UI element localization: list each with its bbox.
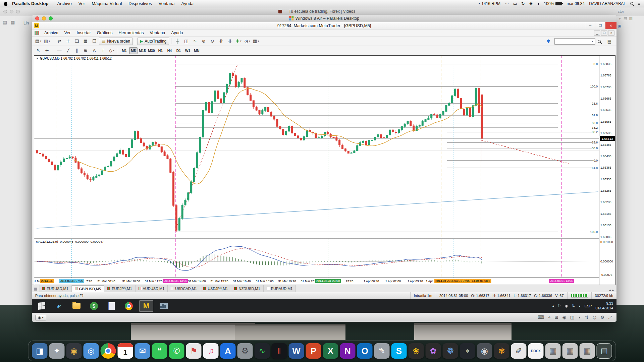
arrange-asc-button[interactable]: ⇵	[217, 38, 225, 45]
chart-expander-icon[interactable]: ▼	[36, 57, 39, 60]
templates-button[interactable]: ▦▾	[252, 38, 260, 45]
timeframe-w1-button[interactable]: W1	[183, 47, 192, 54]
dock-item-word[interactable]: W	[288, 343, 305, 359]
partial-icon[interactable]: ▣	[618, 24, 621, 28]
minimize-window-button[interactable]	[42, 16, 46, 20]
grid-icon[interactable]: ▦	[10, 19, 15, 25]
profiles-button[interactable]: ▥▾	[43, 38, 51, 45]
mdi-restore-button[interactable]: ❐	[601, 31, 607, 36]
vm-settings-icon[interactable]: ⚙	[600, 315, 604, 320]
close-window-button[interactable]	[35, 16, 39, 20]
restore-button[interactable]: ❐	[595, 22, 605, 29]
vm-cpu-icon[interactable]: ⊞	[554, 315, 558, 320]
timeframe-h1-button[interactable]: H1	[156, 47, 165, 54]
trendline-button[interactable]: ╱	[64, 47, 72, 54]
periods-button[interactable]: ◷▾	[243, 38, 251, 45]
taskbar-journal-app[interactable]	[104, 300, 118, 312]
symbol-tab-usdcad-m1[interactable]: USDCAD,M1	[168, 285, 200, 292]
dock-item-powerpoint[interactable]: P	[306, 343, 322, 359]
price-scale[interactable]: 1.668351.667851.667351.666851.666351.665…	[599, 56, 615, 285]
tab-scroll-left-button[interactable]: ◂	[609, 288, 611, 292]
dock-item-facetime[interactable]: ✆	[169, 343, 185, 359]
macd-indicator-pane[interactable]: MACD(12,26,9) -0.000048 -0.000000 -0.000…	[34, 239, 599, 278]
mt-menu-herramientas[interactable]: Herramientas	[115, 31, 147, 35]
symbol-tab-eurjpy-m1[interactable]: EURJPY,M1	[104, 285, 135, 292]
dock-item-messages[interactable]: ❝	[152, 343, 168, 359]
dock-item-finder[interactable]: ◨	[32, 343, 48, 359]
vm-volume-icon[interactable]: ◖	[578, 315, 581, 320]
dock-item-telescope-app[interactable]: ⌖	[460, 343, 476, 359]
dock-item-notes-app[interactable]: ✎	[374, 343, 390, 359]
cascade-windows-button[interactable]: ❐	[90, 38, 98, 45]
fibonacci-button[interactable]: ≋	[82, 47, 90, 54]
shapes-button[interactable]: ◇▾	[108, 47, 116, 54]
cursor-button[interactable]: ↖	[34, 47, 42, 54]
mt-menu-ver[interactable]: Ver	[61, 31, 74, 35]
notification-center-icon[interactable]: ≡	[638, 1, 640, 6]
mt-menu-insertar[interactable]: Insertar	[73, 31, 94, 35]
horizontal-line-button[interactable]: ―	[55, 47, 63, 54]
symbol-tab-usdjpy-m1[interactable]: USDJPY,M1	[200, 285, 231, 292]
timeframe-m1-button[interactable]: M1	[120, 47, 128, 54]
partial-icon[interactable]: ▤	[624, 16, 627, 21]
dock-item-archive-2[interactable]: ▦	[562, 343, 578, 359]
dock-item-camera-app[interactable]: ◉	[477, 343, 493, 359]
taskbar-charts-app[interactable]	[157, 300, 171, 312]
dock-item-calendar[interactable]: 1	[117, 343, 133, 359]
mt-menu-archivo[interactable]: Archivo	[41, 31, 61, 35]
timeframe-d1-button[interactable]: D1	[174, 47, 183, 54]
arrange-desc-button[interactable]: ⇊	[226, 38, 234, 45]
macos-app-menu[interactable]: Parallels Desktop	[12, 1, 48, 6]
chart-system-menu-icon[interactable]	[35, 31, 39, 35]
market-watch-button[interactable]: ⇄	[55, 38, 63, 45]
vm-shared-folder-icon[interactable]: ◎	[593, 315, 596, 320]
tray-action-center-icon[interactable]: ⚐	[558, 304, 561, 308]
symbol-tab-euraud-m1[interactable]: EURAUD,M1	[264, 285, 296, 292]
volume-icon[interactable]: ◖	[537, 1, 539, 6]
tray-show-hidden-icon[interactable]: ▴	[552, 304, 554, 308]
dock-item-excel[interactable]: X	[323, 343, 339, 359]
dock-item-flower-blue-app[interactable]: ❁	[442, 343, 459, 359]
dock-item-flower-purple-app[interactable]: ✿	[425, 343, 441, 359]
sidebar-icon[interactable]: ▤	[3, 19, 7, 25]
mdi-minimize-button[interactable]: ▁	[594, 31, 600, 36]
tab-list-icon[interactable]: ▦	[32, 285, 39, 292]
dock-item-outlook[interactable]: O	[357, 343, 373, 359]
price-chart-pane[interactable]: ▼ GBPUSD,M5 1.66702 1.66702 1.66411 1.66…	[34, 56, 599, 238]
search-button[interactable]	[595, 38, 603, 45]
dock-item-chrome[interactable]	[100, 343, 116, 359]
new-chart-button[interactable]: ▤▾	[34, 38, 42, 45]
background-window-toolbar-icons[interactable]: ▤▦	[3, 19, 15, 25]
candlestick-chart[interactable]	[34, 56, 599, 238]
menubar-user[interactable]: DAVID ARANZABAL	[589, 1, 626, 6]
timeframe-mn-button[interactable]: MN	[193, 47, 201, 54]
vm-mouse-icon[interactable]: ⌖	[548, 315, 550, 320]
dock-item-photo-booth[interactable]: ◉	[66, 343, 82, 359]
navigator-button[interactable]: ❏	[73, 38, 81, 45]
window-controls[interactable]	[35, 16, 53, 20]
tray-chrome-icon[interactable]: ◉	[565, 304, 568, 308]
sync-icon[interactable]: ↻	[521, 1, 525, 6]
vm-camera-icon[interactable]: ◉	[562, 315, 566, 320]
zoom-window-button[interactable]	[49, 16, 53, 20]
vm-floppy-icon[interactable]: ◫	[570, 315, 574, 320]
taskbar-internet-explorer[interactable]: e	[52, 300, 66, 312]
timeframe-m30-button[interactable]: M30	[147, 47, 156, 54]
taskbar-currency-app[interactable]: $	[87, 300, 101, 312]
symbol-tab-eurusd-m1[interactable]: EURUSD,M1	[39, 285, 72, 292]
bluetooth-icon[interactable]: ❖	[529, 1, 533, 6]
dock-item-app-store[interactable]: A	[220, 343, 236, 359]
vm-power-button[interactable]: ◉▾	[35, 315, 46, 320]
tray-volume-icon[interactable]: ◖	[579, 304, 581, 308]
tile-windows-button[interactable]: ▦	[82, 38, 90, 45]
partial-icon[interactable]: ▥	[629, 16, 632, 21]
dock-item-flower-yellow-app[interactable]: ❀	[408, 343, 424, 359]
help-panel-button[interactable]: ▤	[605, 38, 613, 45]
candlestick-button[interactable]: ◫	[182, 38, 190, 45]
favorites-button[interactable]: ✱	[544, 38, 552, 45]
mt-menu-ayuda[interactable]: Ayuda	[168, 31, 186, 35]
macos-menu-ventana[interactable]: Ventana	[155, 1, 178, 6]
zoom-out-button[interactable]: ⊖	[208, 38, 216, 45]
dock-item-design-app[interactable]: ✐	[511, 343, 527, 359]
close-button[interactable]: ✕	[605, 22, 616, 29]
